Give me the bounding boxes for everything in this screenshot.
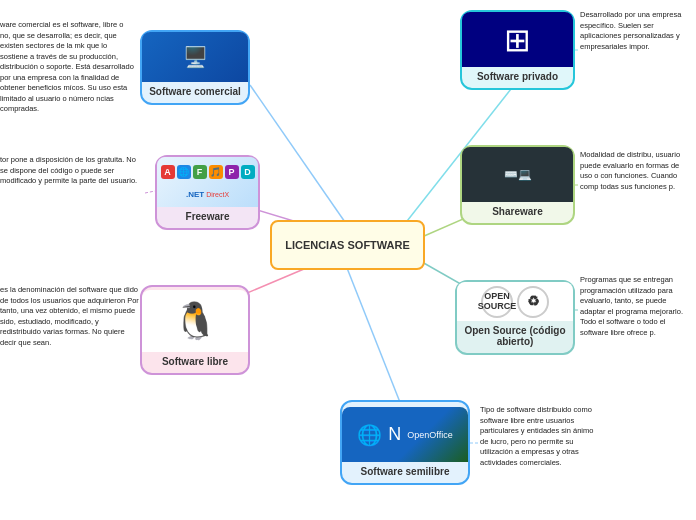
- desc-libre-text: es la denominación del software que dido…: [0, 285, 139, 347]
- center-node: LICENCIAS SOFTWARE: [270, 220, 425, 270]
- desc-privado-text: Desarrollado por una empresa específico.…: [580, 10, 681, 51]
- desc-opensource-text: Programas que se entregan programación u…: [580, 275, 683, 337]
- desc-opensource: Programas que se entregan programación u…: [580, 275, 690, 338]
- node-shareware: ⌨️💻 Shareware: [460, 145, 575, 225]
- desc-privado: Desarrollado por una empresa específico.…: [580, 10, 690, 52]
- opensource-image: OPENSOURCE ♻: [457, 282, 573, 321]
- desc-libre: es la denominación del software que dido…: [0, 285, 140, 348]
- opensource-logo2: ♻: [517, 286, 549, 318]
- libre-image: 🐧: [142, 290, 248, 352]
- freeware-label: Freeware: [182, 211, 234, 222]
- svg-line-0: [250, 85, 347, 225]
- libre-label: Software libre: [158, 356, 232, 367]
- freeware-image: A 🌐 F 🎵 P D .NET DirectX: [157, 157, 258, 207]
- desc-shareware: Modalidad de distribu, usuario puede eva…: [580, 150, 690, 192]
- node-privado: ⊞ Software privado: [460, 10, 575, 90]
- mind-map-canvas: LICENCIAS SOFTWARE 🖥️ Software comercial…: [0, 0, 696, 520]
- comercial-label: Software comercial: [145, 86, 245, 97]
- shareware-image: ⌨️💻: [462, 147, 573, 202]
- desc-comercial-text: ware comercial es el software, libre o n…: [0, 20, 134, 113]
- desc-comercial: ware comercial es el software, libre o n…: [0, 20, 135, 115]
- privado-label: Software privado: [473, 71, 562, 82]
- node-freeware: A 🌐 F 🎵 P D .NET DirectX Freeware: [155, 155, 260, 230]
- osi-logo: OPENSOURCE: [481, 286, 513, 318]
- node-comercial: 🖥️ Software comercial: [140, 30, 250, 105]
- semilibre-label: Software semilibre: [357, 466, 454, 477]
- privado-image: ⊞: [462, 12, 573, 67]
- desc-semilibre-text: Tipo de software distribuido como softwa…: [480, 405, 593, 467]
- desc-shareware-text: Modalidad de distribu, usuario puede eva…: [580, 150, 680, 191]
- desc-freeware: tor pone a disposición de los gratuita. …: [0, 155, 140, 187]
- node-opensource: OPENSOURCE ♻ Open Source (código abierto…: [455, 280, 575, 355]
- desc-freeware-text: tor pone a disposición de los gratuita. …: [0, 155, 137, 185]
- desc-semilibre: Tipo de software distribuido como softwa…: [480, 405, 600, 468]
- svg-line-6: [347, 268, 405, 415]
- center-label: LICENCIAS SOFTWARE: [285, 239, 410, 251]
- comercial-image: 🖥️: [142, 32, 248, 82]
- opensource-label: Open Source (código abierto): [457, 325, 573, 347]
- semilibre-image: 🌐 N OpenOffice: [342, 407, 468, 462]
- node-libre: 🐧 Software libre: [140, 285, 250, 375]
- node-semilibre: 🌐 N OpenOffice Software semilibre: [340, 400, 470, 485]
- shareware-label: Shareware: [488, 206, 547, 217]
